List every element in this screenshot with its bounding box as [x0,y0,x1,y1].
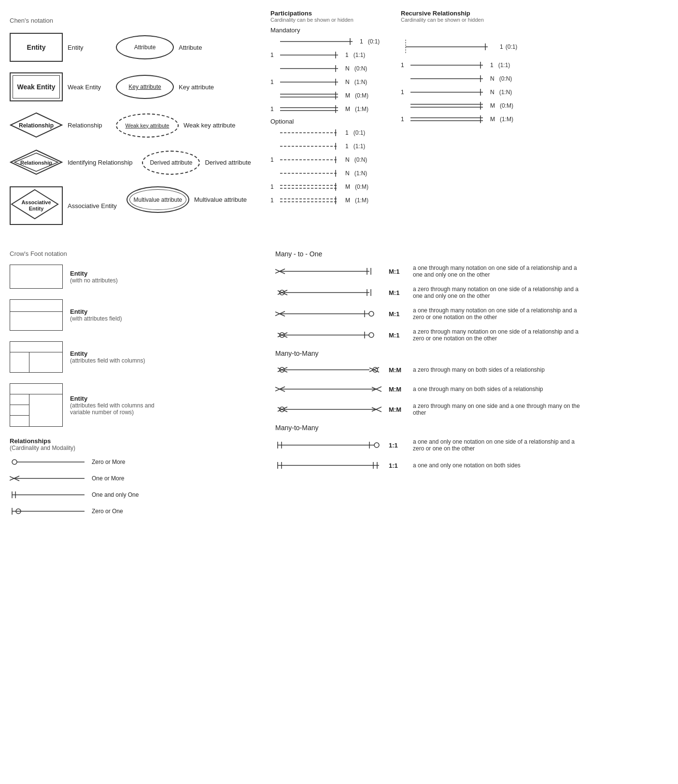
legend-zero-one-label: Zero or One [92,508,123,515]
identifying-relationship-symbol: Relationship [10,149,63,176]
legend-one-more-icon [10,474,87,483]
rec-row-3: 1 N (1:N) [401,87,546,97]
rec-row-0: 1 (0:1) [401,37,546,56]
mm-desc-2: a zero through many on one side and a on… [413,403,582,416]
crows-entity-varrows-sublabel: (attributes field with columns and varia… [70,402,157,416]
crows-entity-cols-sublabel: (attributes field with columns) [70,357,145,364]
m1-desc-0: a one through many notation on one side … [413,265,582,278]
optional-row-1: 1 (1:1) [270,141,394,151]
crows-entity-attrs-sublabel: (with attributes field) [70,315,122,322]
many-to-many-title: Many-to-Many [275,350,668,357]
legend-one-only-icon [10,490,87,500]
m1-desc-1: a zero through many notation on one side… [413,286,582,299]
rec-row-2: N (0:N) [401,74,546,84]
m1-desc-2: a one through many notation on one side … [413,307,582,321]
legend-zero-one-icon [10,506,87,516]
mm-desc-0: a zero through many on both sides of a r… [413,366,545,373]
chens-section: Chen's notation Entity Entity Attribute … [10,10,266,236]
participations-subtitle: Cardinality can be shown or hidden [270,17,394,23]
mandatory-row-2: N (0:N) [270,64,394,73]
relationships-legend: Relationships (Cardinality and Modality)… [10,437,266,516]
optional-line-5 [280,196,343,205]
mandatory-line-4 [280,91,343,100]
m1-row-0: M:1 a one through many notation on one s… [275,265,668,278]
identifying-rel-label: Identifying Relationship [68,159,132,166]
participations-title: Participations [270,10,394,17]
mandatory-line-1 [280,50,343,60]
crows-entity-attrs-label: Entity [70,308,122,315]
assoc-entity-label: Associative Entity [68,202,117,210]
crows-entity-cols-row: Entity (attributes field with columns) [10,341,266,373]
rec-line-0 [401,37,497,56]
m1-row-1: M:1 a zero through many notation on one … [275,286,668,299]
legend-zero-more-label: Zero or More [92,459,125,465]
mandatory-line-3 [280,77,343,87]
attribute-symbol: Attribute [116,35,174,59]
key-attribute-label: Key attribute [179,84,214,91]
m1-row-3: M:1 a zero through many notation on one … [275,328,668,342]
crows-entity-cols [10,341,63,373]
mm-row-0: M:M a zero through many on both sides of… [275,364,668,376]
recursive-title: Recursive Relationship [401,10,546,17]
mm-row-2: M:M a zero through many on one side and … [275,403,668,416]
oo-desc-0: a one and only one notation on one side … [413,438,582,452]
m1-row-2: M:1 a one through many notation on one s… [275,307,668,321]
oo-line-0 [275,439,381,451]
oo-line-1 [275,460,381,471]
m1-line-0 [275,266,381,277]
mandatory-title: Mandatory [270,27,394,34]
rec-line-4 [410,101,488,111]
legend-one-only-label: One and only One [92,491,139,498]
rec-row-1: 1 1 (1:1) [401,60,546,70]
optional-row-3: N (1:N) [270,168,394,178]
oo-row-0: 1:1 a one and only one notation on one s… [275,438,668,452]
svg-point-79 [369,333,374,337]
key-attribute-symbol: Key attribute [116,75,174,99]
crows-entity-attrs [10,299,63,331]
oo-desc-1: a one and only one notation on both side… [413,462,521,469]
legend-one-more-label: One or More [92,475,124,482]
legend-zero-one: Zero or One [10,506,266,516]
oo-row-1: 1:1 a one and only one notation on both … [275,460,668,471]
optional-line-3 [280,168,343,178]
rec-line-3 [410,87,488,97]
relationships-legend-title: Relationships [10,437,266,445]
rec-line-2 [410,74,488,84]
mm-line-2 [275,404,381,415]
m1-line-1 [275,287,381,298]
optional-row-5: 1 M (1:M) [270,196,394,205]
participations-section: Participations Cardinality can be shown … [270,10,394,209]
mandatory-row-0: 1 (0:1) [270,37,394,46]
rec-row-4: M (0:M) [401,101,546,111]
mandatory-line-5 [280,104,343,114]
weak-entity-label: Weak Entity [68,84,106,91]
svg-point-102 [374,443,379,448]
mm-line-0 [275,364,381,376]
crows-entity-varrows-row: Entity (attributes field with columns an… [10,383,266,427]
relationships-legend-subtitle: (Cardinality and Modality) [10,445,266,451]
crows-entity-simple-row: Entity (with no attributes) [10,265,266,289]
optional-line-2 [280,155,343,165]
optional-row-0: 1 (0:1) [270,128,394,138]
entity-label: Entity [68,44,106,51]
attribute-label: Attribute [179,44,202,51]
crows-entity-varrows [10,383,63,427]
derived-attribute-label: Derived attribute [205,159,251,166]
crows-entity-varrows-label: Entity [70,395,157,402]
relationship-label: Relationship [68,122,106,129]
crows-entity-simple-sublabel: (with no attributes) [70,277,118,284]
mm-row-1: M:M a one through many on both sides of … [275,383,668,395]
mandatory-row-4: M (0:M) [270,91,394,100]
crows-title: Crow's Foot notation [10,250,266,257]
m1-line-2 [275,308,381,320]
m1-line-3 [275,329,381,341]
chens-title: Chen's notation [10,17,266,24]
rec-line-5 [410,114,488,124]
optional-row-2: 1 N (0:N) [270,155,394,165]
svg-point-73 [369,311,374,316]
entity-symbol: Entity [10,33,63,62]
svg-point-47 [12,460,17,464]
multivalue-label: Multivalue attribute [194,196,247,203]
weak-key-label: Weak key attribute [184,122,235,129]
legend-one-only: One and only One [10,490,266,500]
